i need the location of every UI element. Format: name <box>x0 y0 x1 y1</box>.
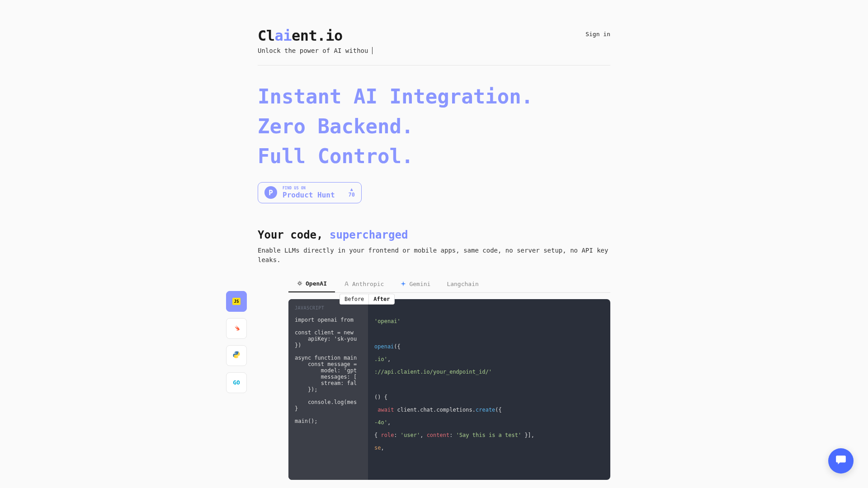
code-after-panel: 'openai' openai({ .io', ://api.claient.i… <box>368 299 610 480</box>
javascript-icon: JS <box>232 298 241 305</box>
product-hunt-count: 70 <box>349 192 355 198</box>
chat-icon <box>835 454 847 468</box>
header-divider <box>258 65 610 66</box>
language-sidebar: JS GO <box>226 291 247 393</box>
tab-before[interactable]: Before <box>340 294 368 305</box>
code-language-label: JAVASCRIPT <box>295 305 362 310</box>
section-description: Enable LLMs directly in your frontend or… <box>258 246 610 265</box>
section-title: Your code, supercharged <box>258 229 610 241</box>
upvote-icon: ▲ <box>349 187 355 192</box>
product-hunt-find: FIND US ON <box>283 186 335 191</box>
tab-openai[interactable]: OpenAI <box>288 276 335 292</box>
tab-after[interactable]: After <box>368 294 395 305</box>
lang-go-button[interactable]: GO <box>226 372 247 393</box>
provider-tabs: OpenAI Anthropic Gemini Langchain <box>288 276 610 293</box>
chat-widget-button[interactable] <box>828 448 854 474</box>
logo-post: ent.io <box>292 27 343 44</box>
hero-headline: Instant AI Integration. Zero Backend. Fu… <box>258 82 610 171</box>
tagline: Unlock the power of AI withou <box>258 47 373 54</box>
openai-icon <box>297 280 303 286</box>
hero-line-2: Zero Backend. <box>258 112 610 141</box>
gemini-icon <box>400 281 406 287</box>
product-hunt-icon: P <box>264 186 277 199</box>
code-before-panel: JAVASCRIPTimport openai from const clien… <box>288 299 368 480</box>
signin-link[interactable]: Sign in <box>585 31 610 38</box>
lang-python-button[interactable] <box>226 345 247 366</box>
logo[interactable]: Claient.io <box>258 27 373 44</box>
svg-point-0 <box>299 282 301 285</box>
product-hunt-badge[interactable]: P FIND US ON Product Hunt ▲ 70 <box>258 182 362 203</box>
tab-anthropic[interactable]: Anthropic <box>335 276 392 292</box>
product-hunt-name: Product Hunt <box>283 191 335 199</box>
lang-swift-button[interactable] <box>226 318 247 339</box>
tab-gemini[interactable]: Gemini <box>392 276 439 292</box>
tab-langchain[interactable]: Langchain <box>439 276 486 292</box>
python-icon <box>232 351 241 361</box>
logo-ai: ai <box>275 27 292 44</box>
hero-line-3: Full Control. <box>258 141 610 171</box>
code-editor: JAVASCRIPTimport openai from const clien… <box>288 299 610 480</box>
lang-javascript-button[interactable]: JS <box>226 291 247 312</box>
go-icon: GO <box>233 379 240 386</box>
swift-icon <box>232 323 241 334</box>
before-after-tabs: Before After <box>340 294 395 305</box>
hero-line-1: Instant AI Integration. <box>258 82 610 112</box>
anthropic-icon <box>343 281 349 287</box>
typing-cursor <box>368 47 372 54</box>
logo-pre: Cl <box>258 27 275 44</box>
